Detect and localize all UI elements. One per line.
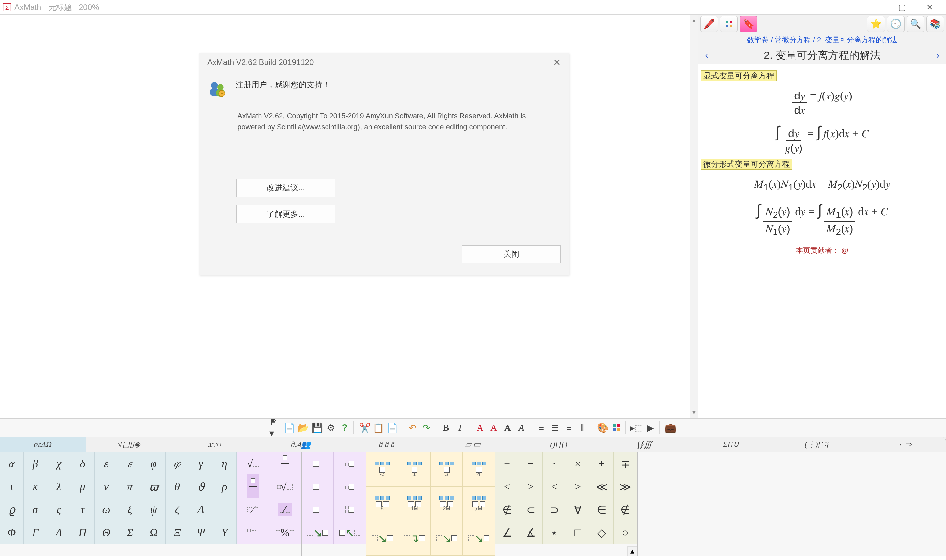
fraction-highlight-template[interactable] [237, 475, 269, 498]
color-palette-icon[interactable] [610, 422, 623, 434]
redo-icon[interactable]: ↷ [420, 422, 432, 434]
operator-symbol[interactable]: ≪ [590, 475, 613, 498]
operator-symbol[interactable]: > [519, 475, 542, 498]
page-icon[interactable]: 📄 [283, 422, 296, 434]
scroll-track[interactable] [690, 26, 698, 407]
tab-bigops[interactable]: ΣΠ∪ [688, 437, 774, 452]
operator-symbol[interactable]: □ [566, 521, 590, 544]
matrix-template[interactable]: 2M [431, 487, 463, 521]
reference-formula[interactable]: 𝑀1(𝑥)𝑁1(𝑦)d𝑥 = 𝑀2(𝑥)𝑁2(𝑦)d𝑦 [698, 174, 946, 196]
matrix-template[interactable]: 4 [463, 452, 495, 487]
tag-icon[interactable]: 🔖 [740, 16, 758, 32]
cut-icon[interactable]: ✂️ [358, 422, 371, 434]
matrix-template[interactable]: -3 [366, 452, 398, 487]
font-style-4-button[interactable]: A [515, 422, 527, 434]
greek-letter[interactable]: ι [0, 475, 24, 498]
operator-symbol[interactable]: ○ [613, 521, 637, 544]
dialog-close-icon[interactable]: ✕ [553, 57, 561, 68]
superscript-template[interactable] [302, 452, 334, 475]
slash-fraction-hl-template[interactable]: ∕ [269, 498, 301, 521]
copy-icon[interactable]: 📋 [372, 422, 385, 434]
learn-more-button[interactable]: 了解更多... [236, 205, 335, 223]
matrix-template[interactable]: 5 [366, 487, 398, 521]
prev-page-icon[interactable]: ‹ [702, 50, 710, 61]
run-next-icon[interactable]: ▸⬚ [630, 422, 643, 434]
run-icon[interactable]: ▶ [644, 422, 656, 434]
greek-letter[interactable]: Ψ [189, 521, 213, 544]
operator-symbol[interactable]: ∓ [613, 452, 637, 475]
undo-icon[interactable]: ↶ [406, 422, 419, 434]
greek-letter[interactable]: ρ [213, 475, 236, 498]
flow-template[interactable]: ↘ [366, 521, 398, 556]
operator-symbol[interactable]: ⊂ [519, 498, 542, 521]
subscript-template[interactable] [302, 475, 334, 498]
editor-area[interactable]: ▲ ▼ AxMath V2.62 Build 20191120 ✕ 注册用户，感… [0, 15, 698, 418]
font-style-3-button[interactable]: A [501, 422, 514, 434]
reference-formula[interactable]: ∫ 𝑁2(𝑦)𝑁1(𝑦) d𝑦 = ∫ 𝑀1(𝑥)𝑀2(𝑥) d𝑥 + 𝐶 [698, 196, 946, 238]
nroot-template[interactable]: √ [269, 475, 301, 498]
reference-formula[interactable]: d𝑦d𝑥 = 𝑓(𝑥)𝑔(𝑦) [698, 85, 946, 118]
reference-formula[interactable]: ∫ d𝑦𝑔(𝑦) = ∫ 𝑓(𝑥)d𝑥 + 𝐶 [698, 118, 946, 156]
highlighter-icon[interactable]: 🖍️ [700, 16, 718, 32]
briefcase-icon[interactable]: 💼 [664, 422, 676, 434]
maximize-button[interactable]: ▢ [895, 2, 909, 12]
flow-template[interactable]: ↘ [431, 521, 463, 556]
operator-symbol[interactable]: ∠ [495, 521, 519, 544]
flow-template[interactable]: ↴ [398, 521, 431, 556]
operator-symbol[interactable]: ∉ [495, 498, 519, 521]
greek-letter[interactable]: 𝜀 [118, 452, 142, 475]
font-color-1-button[interactable]: A [474, 422, 486, 434]
greek-letter[interactable]: α [0, 452, 24, 475]
tab-accents[interactable]: â ä ã [344, 437, 430, 452]
greek-letter[interactable]: Ω [142, 521, 166, 544]
greek-letter[interactable]: Π [71, 521, 95, 544]
greek-letter[interactable]: δ [71, 452, 95, 475]
greek-letter[interactable]: τ [71, 498, 95, 521]
color-wheel-icon[interactable]: 🎨 [596, 422, 609, 434]
greek-letter[interactable]: ω [95, 498, 118, 521]
palette-scroll-expand-icon[interactable]: ▴ [627, 546, 637, 556]
tab-brackets[interactable]: ()[]{} [516, 437, 602, 452]
supsub-template[interactable] [302, 498, 334, 521]
presupsub-template[interactable] [334, 498, 366, 521]
operator-symbol[interactable]: ∈ [590, 498, 613, 521]
operator-symbol[interactable]: ◇ [590, 521, 613, 544]
slash-fraction-template[interactable]: ∕ [237, 498, 269, 521]
placeholder-template[interactable] [237, 521, 269, 544]
fraction-template[interactable] [269, 452, 301, 475]
align-right-icon[interactable]: ≡ [563, 422, 575, 434]
sqrt-template[interactable]: √ [237, 452, 269, 475]
save-icon[interactable]: 💾 [311, 422, 323, 434]
operator-symbol[interactable]: ⊃ [542, 498, 566, 521]
greek-letter[interactable]: 𝜑 [166, 452, 189, 475]
greek-letter[interactable]: β [24, 452, 47, 475]
greek-letter[interactable]: λ [47, 475, 71, 498]
greek-letter[interactable]: ν [95, 475, 118, 498]
operator-symbol[interactable]: × [566, 452, 590, 475]
tab-matrix[interactable]: (⋮){∷} [774, 437, 860, 452]
operator-symbol[interactable]: ∉ [613, 498, 637, 521]
greek-letter[interactable]: σ [24, 498, 47, 521]
move-up-left-template[interactable]: ↖ [334, 521, 366, 544]
greek-letter[interactable]: Σ [118, 521, 142, 544]
scroll-down-icon[interactable]: ▼ [690, 407, 698, 418]
scroll-up-icon[interactable]: ▲ [690, 15, 698, 26]
bold-button[interactable]: B [440, 422, 452, 434]
greek-letter[interactable]: ξ [118, 498, 142, 521]
greek-letter[interactable]: ς [47, 498, 71, 521]
settings-icon[interactable]: ⚙ [325, 422, 337, 434]
breadcrumb[interactable]: 数学卷 / 常微分方程 / 2. 变量可分离方程的解法 [698, 33, 946, 47]
tab-boxes[interactable]: ▱ ▭ [430, 437, 516, 452]
greek-letter[interactable]: η [213, 452, 236, 475]
greek-letter[interactable]: Γ [24, 521, 47, 544]
search-icon[interactable]: 🔍 [907, 16, 924, 32]
help-icon[interactable]: ? [338, 422, 351, 434]
operator-symbol[interactable]: ± [590, 452, 613, 475]
greek-letter[interactable]: μ [71, 475, 95, 498]
clock-icon[interactable]: 🕘 [887, 16, 904, 32]
tab-greek[interactable]: αεΔΩ [0, 437, 86, 452]
move-down-right-template[interactable]: ↘ [302, 521, 334, 544]
operator-symbol[interactable]: < [495, 475, 519, 498]
open-icon[interactable]: 📂 [297, 422, 310, 434]
greek-letter[interactable]: ϑ [189, 475, 213, 498]
